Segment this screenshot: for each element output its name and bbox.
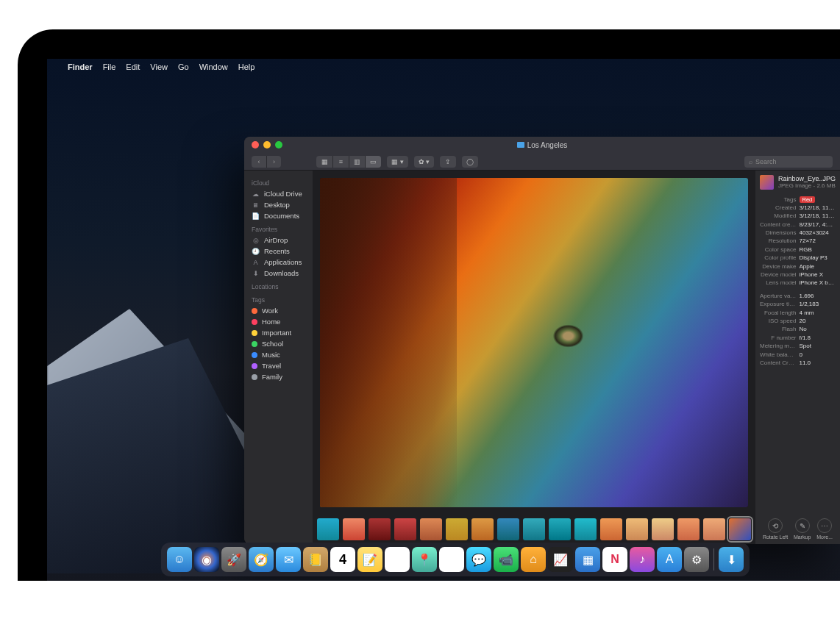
meta-value: 72×72 <box>800 237 836 245</box>
thumbnail-strip <box>313 515 755 544</box>
meta-value: RGB <box>800 246 836 254</box>
group-by[interactable]: ▦ ▾ <box>387 156 408 168</box>
window-close[interactable] <box>252 141 259 149</box>
sidebar-item-home[interactable]: Home <box>244 316 313 327</box>
tags-button[interactable]: ◯ <box>462 156 478 168</box>
thumbnail-5[interactable] <box>446 518 468 540</box>
action-menu[interactable]: ✿ ▾ <box>414 156 435 168</box>
thumbnail-13[interactable] <box>652 518 674 540</box>
menu-go[interactable]: Go <box>178 62 189 71</box>
dock-messages[interactable]: 💬 <box>466 547 491 572</box>
tag-badge[interactable]: Red <box>800 196 816 203</box>
dock-itunes[interactable]: ♪ <box>630 547 655 572</box>
thumbnail-6[interactable] <box>471 518 494 540</box>
dock-contacts[interactable]: 📒 <box>303 547 328 572</box>
photos-icon: ❀ <box>447 553 457 567</box>
quick-action-more[interactable]: ⋯ More... <box>816 518 833 540</box>
dock-siri[interactable]: ◉ <box>194 547 219 572</box>
menu-edit[interactable]: Edit <box>126 62 140 71</box>
dock-news[interactable]: N <box>602 547 627 572</box>
quick-action-markup[interactable]: ✎ Markup <box>794 518 811 540</box>
thumbnail-12[interactable] <box>626 518 648 540</box>
meta-value: No <box>800 326 836 333</box>
menubar-app-name[interactable]: Finder <box>68 62 93 71</box>
menu-help[interactable]: Help <box>238 62 255 71</box>
view-columns[interactable]: ▥ <box>349 156 365 168</box>
window-minimize[interactable] <box>263 141 271 149</box>
dock-reminders[interactable]: ☑ <box>385 547 410 572</box>
sidebar-item-desktop[interactable]: 🖥Desktop <box>244 199 313 210</box>
sidebar-section-icloud: iCloud <box>244 178 313 188</box>
dock-appstore[interactable]: A <box>657 547 682 572</box>
thumbnail-9[interactable] <box>549 518 571 540</box>
sidebar-item-label: Recents <box>264 247 290 255</box>
sidebar-item-travel[interactable]: Travel <box>244 360 313 371</box>
tag-dot-icon <box>252 308 257 314</box>
contacts-icon: 📒 <box>308 553 323 567</box>
sidebar-item-applications[interactable]: AApplications <box>244 257 313 268</box>
dock-photos[interactable]: ❀ <box>439 547 464 572</box>
thumbnail-2[interactable] <box>369 518 391 540</box>
thumbnail-4[interactable] <box>420 518 442 540</box>
sidebar-item-music[interactable]: Music <box>244 349 313 360</box>
dock-facetime[interactable]: 📹 <box>494 547 519 572</box>
share-button[interactable]: ⇪ <box>440 156 456 168</box>
search-field[interactable]: ⌕ Search <box>744 156 833 168</box>
content-area <box>313 171 755 544</box>
thumbnail-3[interactable] <box>394 518 416 540</box>
quick-action-rotate-left[interactable]: ⟲ Rotate Left <box>763 518 788 540</box>
nav-forward[interactable]: › <box>266 156 281 168</box>
meta-label: F number <box>760 334 797 342</box>
maps-icon: 📍 <box>417 553 432 567</box>
sidebar-item-important[interactable]: Important <box>244 327 313 338</box>
window-titlebar[interactable]: Los Angeles <box>244 137 840 153</box>
meta-label: Focal length <box>760 310 797 317</box>
dock-calendar[interactable]: 4 <box>330 547 355 572</box>
sidebar-item-airdrop[interactable]: ◎AirDrop <box>244 235 313 246</box>
meta-label: Content Creator <box>760 359 797 367</box>
sidebar-item-school[interactable]: School <box>244 338 313 349</box>
dock-finder[interactable]: ☺ <box>167 547 192 572</box>
thumbnail-15[interactable] <box>703 518 725 540</box>
dock-launchpad[interactable]: 🚀 <box>221 547 246 572</box>
dock-notes[interactable]: 📝 <box>357 547 382 572</box>
sidebar-item-label: Important <box>262 329 291 337</box>
dock-maps[interactable]: 📍 <box>412 547 437 572</box>
thumbnail-11[interactable] <box>600 518 622 540</box>
cloud-icon: ☁ <box>252 190 260 198</box>
dock-mail[interactable]: ✉ <box>276 547 301 572</box>
thumbnail-10[interactable] <box>574 518 597 540</box>
thumbnail-1[interactable] <box>343 518 365 540</box>
nav-back[interactable]: ‹ <box>252 156 266 168</box>
menu-window[interactable]: Window <box>199 62 228 71</box>
meta-label: Device make <box>760 263 797 271</box>
dock-stocks[interactable]: 📈 <box>548 547 573 572</box>
thumbnail-14[interactable] <box>677 518 700 540</box>
thumbnail-16[interactable] <box>729 518 751 540</box>
dock-preferences[interactable]: ⚙ <box>684 547 709 572</box>
thumbnail-8[interactable] <box>523 518 545 540</box>
dock-downloads[interactable]: ⬇ <box>719 547 744 572</box>
meta-label: Flash <box>760 326 797 333</box>
sidebar-section-locations: Locations <box>244 282 313 292</box>
sidebar-item-icloud-drive[interactable]: ☁iCloud Drive <box>244 188 313 199</box>
menu-file[interactable]: File <box>103 62 116 71</box>
sidebar-item-recents[interactable]: 🕘Recents <box>244 246 313 257</box>
view-gallery[interactable]: ▭ <box>365 156 381 168</box>
dock-home[interactable]: ⌂ <box>521 547 546 572</box>
dock-safari[interactable]: 🧭 <box>249 547 274 572</box>
menu-view[interactable]: View <box>150 62 168 71</box>
thumbnail-7[interactable] <box>497 518 519 540</box>
gallery-preview-image[interactable] <box>320 178 748 507</box>
sidebar-item-family[interactable]: Family <box>244 371 313 382</box>
dock-keynote[interactable]: ▦ <box>575 547 600 572</box>
sidebar-item-work[interactable]: Work <box>244 305 313 316</box>
meta-label: Color profile <box>760 254 797 262</box>
window-zoom[interactable] <box>275 141 282 149</box>
view-list[interactable]: ≡ <box>332 156 349 168</box>
thumbnail-0[interactable] <box>317 518 339 540</box>
sidebar-item-documents[interactable]: 📄Documents <box>244 210 313 221</box>
home-icon: ⌂ <box>530 553 537 566</box>
view-icons[interactable]: ▦ <box>316 156 332 168</box>
sidebar-item-downloads[interactable]: ⬇Downloads <box>244 268 313 279</box>
